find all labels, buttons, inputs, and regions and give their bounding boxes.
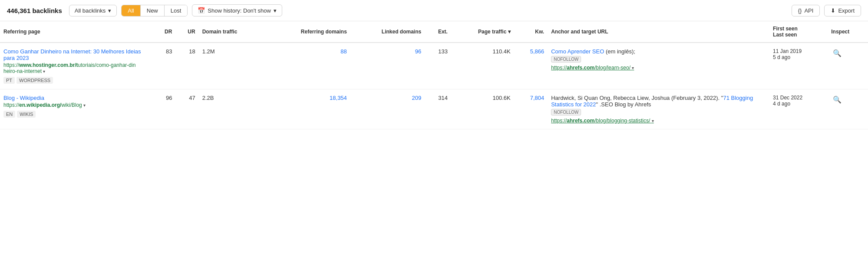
referring-page-url-1: https://www.hostinger.com.br/tutoriais/c… [3, 62, 149, 74]
ur-2: 47 [175, 89, 198, 129]
anchor-suffix-1: (em inglês); [604, 48, 635, 55]
api-label: API [804, 7, 813, 14]
col-ur: UR [175, 21, 198, 43]
kw-1: 5,866 [514, 43, 548, 89]
dates-cell-1: 11 Jan 2019 5 d ago [769, 43, 828, 89]
export-button[interactable]: ⬇ Export [824, 5, 861, 16]
page-traffic-1: 110.4K [451, 43, 514, 89]
page-traffic-2: 100.6K [451, 89, 514, 129]
history-label: Show history: Don't show [208, 7, 271, 14]
col-page-traffic[interactable]: Page traffic ▾ [451, 21, 514, 43]
chevron-down-icon: ▾ [274, 7, 277, 14]
backlinks-count: 446,361 backlinks [7, 7, 62, 14]
target-url-1[interactable]: https://ahrefs.com/blog/learn-seo/ ▾ [551, 65, 766, 71]
first-seen-1: 11 Jan 2019 [773, 48, 824, 54]
col-referring-domains: Referring domains [266, 21, 350, 43]
col-ext: Ext. [425, 21, 451, 43]
nofollow-badge-2: NOFOLLOW [551, 109, 581, 115]
export-icon: ⬇ [831, 7, 835, 14]
target-url-suffix-1: /blog/learn-seo/ [594, 65, 630, 71]
url-prefix-2: https:// [3, 102, 19, 108]
linked-domains-link-2[interactable]: 209 [412, 95, 422, 101]
col-kw: Kw. [514, 21, 548, 43]
backlinks-table: Referring page DR UR Domain traffic Refe… [0, 21, 868, 129]
referring-domains-1: 88 [266, 43, 350, 89]
url-bold-2: en.wikipedia.org/ [19, 102, 61, 108]
inspect-cell-1: 🔍 [828, 43, 868, 89]
nofollow-badge-1: NOFOLLOW [551, 56, 581, 63]
referring-page-cell-2: Blog - Wikipedia https://en.wikipedia.or… [0, 89, 152, 129]
filter-tab-lost[interactable]: Lost [165, 5, 188, 16]
referring-domains-2: 18,354 [266, 89, 350, 129]
domain-traffic-1: 1.2M [199, 43, 266, 89]
chevron-down-icon: ▾ [108, 7, 111, 14]
col-inspect: Inspect [828, 21, 868, 43]
target-url-bold-2: ahrefs.com [567, 118, 594, 124]
target-url-arrow-2[interactable]: ▾ [652, 119, 654, 123]
anchor-text-1: Como Aprender SEO (em inglês); [551, 48, 635, 55]
url-prefix-1: https:// [3, 62, 19, 68]
col-domain-traffic: Domain traffic [199, 21, 266, 43]
dr-2: 96 [152, 89, 175, 129]
api-icon: {} [798, 7, 802, 14]
domain-traffic-2: 2.2B [199, 89, 266, 129]
last-seen-1: 5 d ago [773, 54, 824, 60]
dropdown-arrow-1[interactable]: ▾ [43, 69, 45, 74]
linked-domains-1: 96 [350, 43, 425, 89]
ext-1: 133 [425, 43, 451, 89]
dates-cell-2: 31 Dec 2022 4 d ago [769, 89, 828, 129]
api-button[interactable]: {} API [792, 5, 820, 16]
ext-2: 314 [425, 89, 451, 129]
referring-page-url-2: https://en.wikipedia.org/wiki/Blog ▾ [3, 102, 149, 108]
referring-domains-link-1[interactable]: 88 [340, 48, 347, 55]
ur-1: 18 [175, 43, 198, 89]
tags-1: PT WORDPRESS [3, 77, 149, 84]
referring-page-link-2[interactable]: Blog - Wikipedia [3, 95, 149, 101]
inspect-button-2[interactable]: 🔍 [831, 95, 843, 105]
col-dr: DR [152, 21, 175, 43]
linked-domains-link-1[interactable]: 96 [415, 48, 421, 55]
anchor-link-1[interactable]: Como Aprender SEO [551, 48, 604, 55]
referring-page-cell-1: Como Ganhar Dinheiro na Internet: 30 Mel… [0, 43, 152, 89]
tags-2: EN WIKIS [3, 111, 149, 118]
target-url-2[interactable]: https://ahrefs.com/blog/blogging-statist… [551, 118, 766, 124]
tag-wordpress: WORDPRESS [17, 77, 53, 84]
kw-link-1[interactable]: 5,866 [530, 48, 545, 55]
inspect-cell-2: 🔍 [828, 89, 868, 129]
col-dates: First seen Last seen [769, 21, 828, 43]
anchor-cell-1: Como Aprender SEO (em inglês); NOFOLLOW … [548, 43, 769, 89]
export-label: Export [838, 7, 855, 14]
anchor-text-after-2: " .SEO Blog by Ahrefs [596, 101, 651, 108]
tag-wikis: WIKIS [17, 111, 36, 118]
target-url-bold-1: ahrefs.com [567, 65, 594, 71]
table-row: Blog - Wikipedia https://en.wikipedia.or… [0, 89, 868, 129]
inspect-button-1[interactable]: 🔍 [831, 48, 843, 58]
show-history-button[interactable]: 📅 Show history: Don't show ▾ [192, 4, 282, 16]
kw-link-2[interactable]: 7,804 [530, 95, 545, 101]
kw-2: 7,804 [514, 89, 548, 129]
col-anchor-target: Anchor and target URL [548, 21, 769, 43]
col-linked-domains: Linked domains [350, 21, 425, 43]
target-url-arrow-1[interactable]: ▾ [632, 66, 634, 70]
filter-tab-all[interactable]: All [122, 5, 140, 16]
table-row: Como Ganhar Dinheiro na Internet: 30 Mel… [0, 43, 868, 89]
first-seen-2: 31 Dec 2022 [773, 95, 824, 101]
target-url-suffix-2: /blog/blogging-statistics/ [594, 118, 650, 124]
last-seen-2: 4 d ago [773, 101, 824, 107]
linked-domains-2: 209 [350, 89, 425, 129]
target-url-prefix-1: https:// [551, 65, 567, 71]
calendar-icon: 📅 [198, 7, 205, 14]
referring-domains-link-2[interactable]: 18,354 [330, 95, 347, 101]
dropdown-arrow-2[interactable]: ▾ [83, 103, 86, 108]
tag-en: EN [3, 111, 15, 118]
filter-tabs: All New Lost [121, 5, 188, 16]
referring-page-link-1[interactable]: Como Ganhar Dinheiro na Internet: 30 Mel… [3, 48, 149, 61]
anchor-cell-2: Hardwick, Si Quan Ong, Rebecca Liew, Jos… [548, 89, 769, 129]
target-url-prefix-2: https:// [551, 118, 567, 124]
col-referring-page: Referring page [0, 21, 152, 43]
anchor-text-before-2: Hardwick, Si Quan Ong, Rebecca Liew, Jos… [551, 95, 723, 101]
url-suffix-2: wiki/Blog [61, 102, 82, 108]
all-backlinks-dropdown[interactable]: All backlinks ▾ [69, 5, 117, 16]
tag-pt: PT [3, 77, 15, 84]
filter-tab-new[interactable]: New [141, 5, 165, 16]
